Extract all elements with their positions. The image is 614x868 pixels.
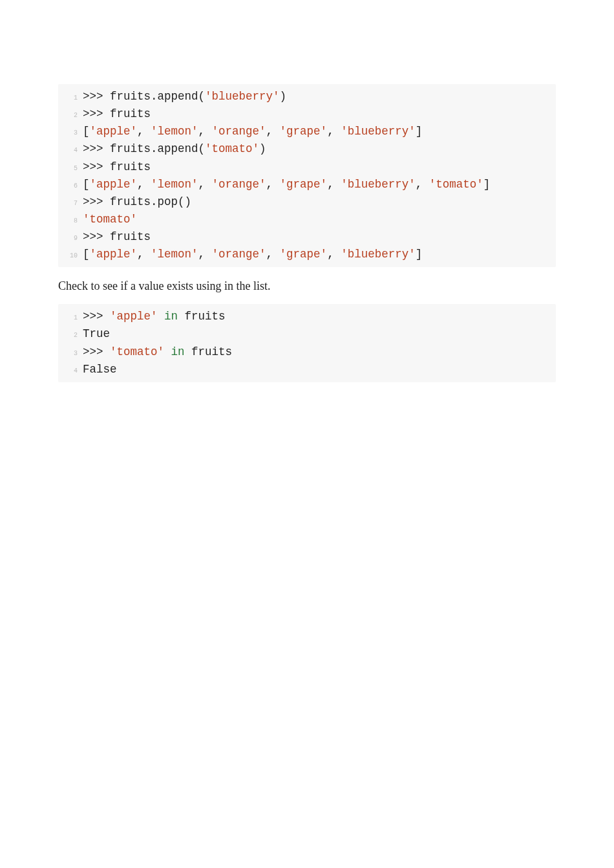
code-text: >>> fruits.append('blueberry') — [83, 88, 286, 105]
line-number: 1 — [62, 93, 78, 103]
code-text: >>> fruits.pop() — [83, 193, 191, 211]
line-number: 6 — [62, 181, 78, 191]
prose-paragraph: Check to see if a value exists using in … — [58, 277, 556, 295]
line-number: 4 — [62, 366, 78, 376]
code-text: >>> fruits — [83, 105, 151, 123]
code-line: 1>>> 'apple' in fruits — [62, 308, 549, 325]
code-text: >>> fruits — [83, 228, 151, 246]
line-number: 5 — [62, 164, 78, 174]
line-number: 10 — [62, 251, 78, 261]
code-line: 7>>> fruits.pop() — [62, 193, 549, 211]
code-block-1: 1>>> fruits.append('blueberry')2>>> frui… — [58, 84, 556, 267]
code-line: 4>>> fruits.append('tomato') — [62, 140, 549, 158]
code-text: >>> 'tomato' in fruits — [83, 343, 232, 361]
line-number: 2 — [62, 111, 78, 121]
line-number: 3 — [62, 128, 78, 138]
line-number: 4 — [62, 146, 78, 156]
line-number: 9 — [62, 233, 78, 244]
line-number: 3 — [62, 349, 78, 359]
code-text: ['apple', 'lemon', 'orange', 'grape', 'b… — [83, 123, 422, 140]
line-number: 2 — [62, 331, 78, 341]
code-text: ['apple', 'lemon', 'orange', 'grape', 'b… — [83, 246, 422, 263]
code-text: >>> 'apple' in fruits — [83, 308, 226, 325]
line-number: 8 — [62, 216, 78, 226]
line-number: 7 — [62, 199, 78, 209]
code-block-2: 1>>> 'apple' in fruits2True3>>> 'tomato'… — [58, 304, 556, 382]
document-page: 1>>> fruits.append('blueberry')2>>> frui… — [0, 0, 614, 868]
code-text: 'tomato' — [83, 211, 137, 228]
code-text: True — [83, 325, 110, 343]
code-line: 6['apple', 'lemon', 'orange', 'grape', '… — [62, 176, 549, 193]
code-line: 5>>> fruits — [62, 158, 549, 176]
code-line: 2True — [62, 325, 549, 343]
code-text: ['apple', 'lemon', 'orange', 'grape', 'b… — [83, 176, 490, 193]
line-number: 1 — [62, 313, 78, 323]
code-line: 1>>> fruits.append('blueberry') — [62, 88, 549, 105]
code-line: 9>>> fruits — [62, 228, 549, 246]
code-line: 10['apple', 'lemon', 'orange', 'grape', … — [62, 246, 549, 263]
code-line: 2>>> fruits — [62, 105, 549, 123]
code-line: 8'tomato' — [62, 211, 549, 228]
code-text: >>> fruits — [83, 158, 151, 176]
code-line: 3['apple', 'lemon', 'orange', 'grape', '… — [62, 123, 549, 140]
code-text: False — [83, 361, 117, 378]
code-line: 4False — [62, 361, 549, 378]
code-line: 3>>> 'tomato' in fruits — [62, 343, 549, 361]
code-text: >>> fruits.append('tomato') — [83, 140, 266, 158]
